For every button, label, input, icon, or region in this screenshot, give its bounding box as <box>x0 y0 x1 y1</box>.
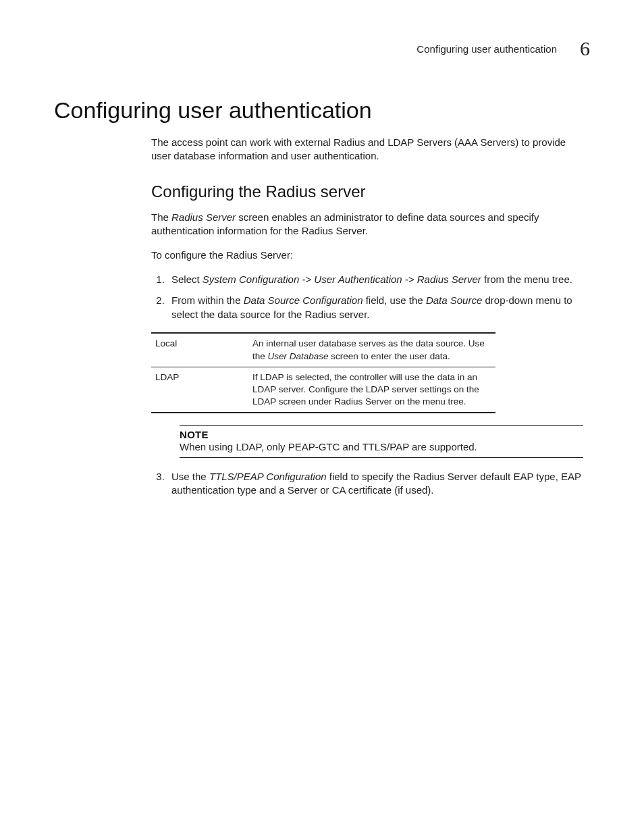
running-header: Configuring user authentication 6 <box>54 37 590 60</box>
text-italic: Data Source <box>426 294 482 306</box>
text-fragment: Select <box>171 273 203 285</box>
text-fragment: from the menu tree. <box>481 273 572 285</box>
subsection-para-1: The Radius Server screen enables an admi… <box>151 211 583 238</box>
step-2: From within the Data Source Configuratio… <box>167 294 583 321</box>
text-italic: TTLS/PEAP Configuration <box>209 471 327 482</box>
section-title: Configuring user authentication <box>54 97 590 124</box>
text-fragment: Use the <box>171 471 209 482</box>
table-cell-key: LDAP <box>151 367 248 413</box>
step-1: Select System Configuration -> User Auth… <box>167 273 583 287</box>
subsection-title: Configuring the Radius server <box>151 182 583 201</box>
steps-list-continued: Use the TTLS/PEAP Configuration field to… <box>151 470 583 498</box>
table-row: LDAP If LDAP is selected, the controller… <box>151 367 495 413</box>
note-text: When using LDAP, only PEAP-GTC and TTLS/… <box>180 440 583 454</box>
text-fragment: screen to enter the user data. <box>329 351 450 361</box>
text-fragment: If LDAP is selected, the controller will… <box>252 372 479 407</box>
divider <box>180 457 583 458</box>
table-cell-key: Local <box>151 333 248 367</box>
text-italic: Data Source Configuration <box>244 294 363 306</box>
body-content: The access point can work with external … <box>151 136 583 498</box>
data-source-table: Local An internal user database serves a… <box>151 332 495 413</box>
step-3: Use the TTLS/PEAP Configuration field to… <box>167 470 583 498</box>
text-fragment: The <box>151 211 171 223</box>
document-page: Configuring user authentication 6 Config… <box>0 0 644 834</box>
section-intro: The access point can work with external … <box>151 136 583 163</box>
text-italic: Radius Server <box>171 211 236 223</box>
table-row: Local An internal user database serves a… <box>151 333 495 367</box>
text-italic: System Configuration -> User Authenticat… <box>203 273 481 285</box>
note-label: NOTE <box>180 429 583 440</box>
subsection-para-2: To configure the Radius Server: <box>151 249 583 262</box>
steps-list: Select System Configuration -> User Auth… <box>151 273 583 321</box>
running-title: Configuring user authentication <box>417 43 557 55</box>
table-cell-value: An internal user database serves as the … <box>248 333 495 367</box>
table-cell-value: If LDAP is selected, the controller will… <box>248 367 495 413</box>
note-block: NOTE When using LDAP, only PEAP-GTC and … <box>180 425 583 457</box>
text-italic: User Database <box>268 351 329 361</box>
divider <box>180 425 583 426</box>
text-fragment: From within the <box>171 294 244 306</box>
text-fragment: field, use the <box>363 294 425 306</box>
chapter-number: 6 <box>580 37 590 60</box>
